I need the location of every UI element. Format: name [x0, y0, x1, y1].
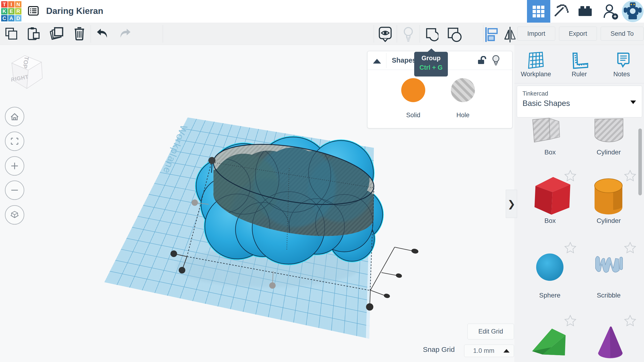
- svg-text:Cylinder: Cylinder: [597, 217, 621, 224]
- svg-text:Box: Box: [544, 217, 556, 224]
- svg-text:Scribble: Scribble: [597, 292, 620, 299]
- svg-text:I: I: [10, 1, 12, 7]
- svg-text:K: K: [2, 8, 6, 14]
- svg-text:Box: Box: [544, 148, 556, 156]
- svg-text:Cylinder: Cylinder: [597, 148, 621, 156]
- svg-text:D: D: [16, 15, 20, 21]
- svg-text:R: R: [16, 8, 20, 14]
- svg-text:A: A: [10, 15, 13, 21]
- svg-text:T: T: [3, 1, 6, 7]
- svg-text:E: E: [10, 8, 13, 14]
- svg-text:C: C: [2, 15, 6, 21]
- svg-text:Sphere: Sphere: [539, 292, 560, 299]
- svg-text:N: N: [16, 1, 20, 7]
